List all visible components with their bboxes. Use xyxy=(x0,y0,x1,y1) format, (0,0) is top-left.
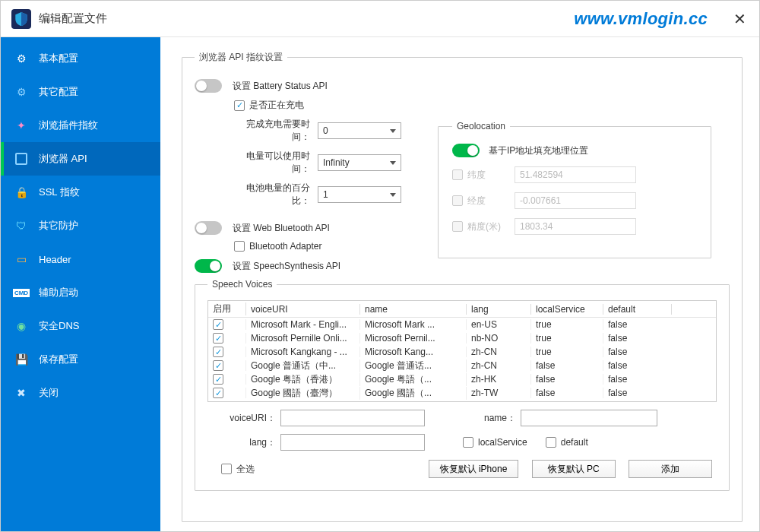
cell-local: false xyxy=(531,374,603,385)
close-nav-icon: ✖ xyxy=(14,386,28,400)
bluetooth-toggle-label: 设置 Web Bluetooth API xyxy=(233,222,330,235)
cell-uri: Microsoft Pernille Onli... xyxy=(246,333,360,344)
lat-checkbox xyxy=(452,169,463,180)
select-value: 1 xyxy=(323,189,328,200)
cell-default: false xyxy=(603,360,672,371)
discharge-time-label: 电量可以使用时间： xyxy=(234,150,318,176)
cell-lang: zh-CN xyxy=(467,360,531,371)
table-row[interactable]: Microsoft Kangkang - ...Microsoft Kang..… xyxy=(208,345,716,359)
speech-toggle-label: 设置 SpeechSynthesis API xyxy=(233,260,340,273)
cmd-icon: CMD xyxy=(14,286,28,299)
bluetooth-adapter-checkbox[interactable] xyxy=(234,241,245,252)
cell-name: Google 國語（... xyxy=(360,387,467,400)
table-header: 启用 voiceURI name lang localService defau… xyxy=(208,301,716,318)
select-value: Infinity xyxy=(323,157,350,168)
row-checkbox[interactable] xyxy=(213,319,223,330)
sidebar-item-header[interactable]: ▭Header xyxy=(1,242,160,276)
cell-default: false xyxy=(603,319,672,330)
api-fingerprint-fieldset: 浏览器 API 指纹设置 设置 Battery Status API 是否正在充… xyxy=(182,51,743,522)
bluetooth-toggle[interactable] xyxy=(195,221,222,235)
battery-toggle[interactable] xyxy=(195,79,222,93)
sidebar-item-ssl[interactable]: 🔒SSL 指纹 xyxy=(1,176,160,209)
chevron-down-icon xyxy=(390,193,396,197)
cell-default: false xyxy=(603,347,672,357)
close-button[interactable]: ✕ xyxy=(730,10,749,28)
gear-blue-icon: ⚙ xyxy=(14,85,28,99)
discharge-time-select[interactable]: Infinity xyxy=(318,154,401,171)
col-uri: voiceURI xyxy=(246,304,360,315)
geo-fill-label: 基于IP地址填充地理位置 xyxy=(489,144,588,157)
col-enable: 启用 xyxy=(208,302,246,315)
battery-level-select[interactable]: 1 xyxy=(318,186,401,203)
sidebar-item-label: 浏览插件指纹 xyxy=(39,119,98,132)
save-icon: 💾 xyxy=(14,353,28,366)
geo-title: Geolocation xyxy=(452,121,510,131)
sidebar-item-protection[interactable]: 🛡其它防护 xyxy=(1,209,160,242)
table-row[interactable]: Microsoft Pernille Onli...Microsoft Pern… xyxy=(208,331,716,345)
lng-label: 经度 xyxy=(467,195,515,207)
row-checkbox[interactable] xyxy=(213,360,223,371)
sidebar-item-label: 保存配置 xyxy=(39,353,78,366)
table-row[interactable]: Google 普通话（中...Google 普通话...zh-CNfalsefa… xyxy=(208,359,716,372)
watermark: www.vmlogin.cc xyxy=(574,9,708,29)
voices-title: Speech Voices xyxy=(207,279,277,290)
sidebar-item-dns[interactable]: ◉安全DNS xyxy=(1,309,160,343)
cell-local: true xyxy=(531,347,603,357)
acc-input xyxy=(515,218,636,235)
row-checkbox[interactable] xyxy=(213,374,223,385)
fieldset-title: 浏览器 API 指纹设置 xyxy=(195,51,287,64)
charging-label: 是否正在充电 xyxy=(249,99,304,112)
voice-lang-input[interactable] xyxy=(280,434,425,451)
sidebar-item-label: Header xyxy=(39,254,71,265)
voice-name-input[interactable] xyxy=(521,410,657,426)
sidebar-item-plugin-fingerprint[interactable]: ✦浏览插件指纹 xyxy=(1,109,160,142)
lng-input xyxy=(515,192,636,209)
battery-level-label: 电池电量的百分比： xyxy=(234,182,318,207)
cell-uri: Microsoft Kangkang - ... xyxy=(246,347,360,357)
charge-time-label: 完成充电需要时间： xyxy=(234,118,318,144)
voiceuri-input[interactable] xyxy=(280,410,425,426)
row-checkbox[interactable] xyxy=(213,347,223,357)
charging-checkbox[interactable] xyxy=(234,100,245,111)
chevron-down-icon xyxy=(390,161,396,165)
titlebar: 编辑配置文件 www.vmlogin.cc ✕ xyxy=(1,1,759,37)
api-icon xyxy=(14,152,28,166)
sidebar-item-other-config[interactable]: ⚙其它配置 xyxy=(1,75,160,109)
speech-toggle[interactable] xyxy=(195,259,222,273)
geo-fill-toggle[interactable] xyxy=(452,144,480,157)
sidebar-item-launch[interactable]: CMD辅助启动 xyxy=(1,276,160,309)
sidebar-item-browser-api[interactable]: 浏览器 API xyxy=(1,142,160,176)
dns-icon: ◉ xyxy=(14,319,28,333)
table-row[interactable]: Google 國語（臺灣）Google 國語（...zh-TWfalsefals… xyxy=(208,386,716,400)
row-checkbox[interactable] xyxy=(213,388,223,398)
sidebar-item-basic[interactable]: ⚙基本配置 xyxy=(1,42,160,75)
default-checkbox[interactable] xyxy=(546,437,556,448)
select-value: 0 xyxy=(323,125,328,136)
sidebar-item-label: 辅助启动 xyxy=(39,286,78,299)
charge-time-select[interactable]: 0 xyxy=(318,122,401,139)
cell-lang: zh-TW xyxy=(467,388,531,398)
cell-local: true xyxy=(531,319,603,330)
select-all-checkbox[interactable] xyxy=(221,464,232,474)
sidebar-item-close[interactable]: ✖关闭 xyxy=(1,376,160,410)
row-checkbox[interactable] xyxy=(213,333,223,344)
cell-lang: en-US xyxy=(467,319,531,330)
voices-table[interactable]: 启用 voiceURI name lang localService defau… xyxy=(207,300,717,402)
localservice-checkbox[interactable] xyxy=(463,437,473,448)
restore-pc-button[interactable]: 恢复默认 PC xyxy=(532,460,616,478)
form-lang-label: lang： xyxy=(221,436,276,449)
cell-lang: zh-CN xyxy=(467,347,531,357)
localservice-label: localService xyxy=(478,437,527,448)
shield-icon: 🛡 xyxy=(14,219,28,233)
sidebar: ⚙基本配置 ⚙其它配置 ✦浏览插件指纹 浏览器 API 🔒SSL 指纹 🛡其它防… xyxy=(1,37,160,531)
restore-iphone-button[interactable]: 恢复默认 iPhone xyxy=(429,460,519,478)
col-lang: lang xyxy=(467,304,531,315)
add-button[interactable]: 添加 xyxy=(629,460,712,478)
sidebar-item-save[interactable]: 💾保存配置 xyxy=(1,343,160,376)
table-row[interactable]: Google 粤語（香港）Google 粤語（...zh-HKfalsefals… xyxy=(208,372,716,386)
sidebar-item-label: 其它配置 xyxy=(39,85,78,99)
cell-uri: Google 國語（臺灣） xyxy=(246,387,360,400)
form-name-label: name： xyxy=(455,412,516,425)
table-row[interactable]: Microsoft Mark - Engli...Microsoft Mark … xyxy=(208,318,716,331)
sidebar-item-label: SSL 指纹 xyxy=(39,185,80,199)
